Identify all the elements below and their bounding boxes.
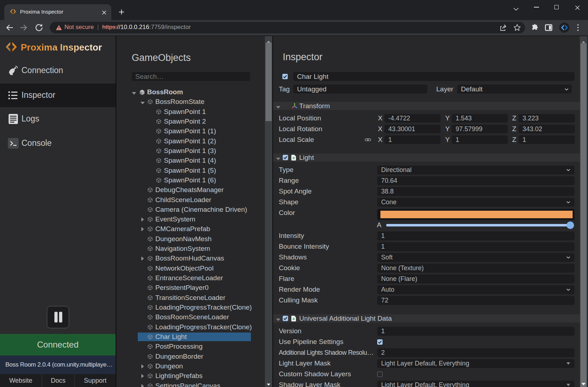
svg-text:#: # xyxy=(292,156,295,160)
svg-text:#: # xyxy=(292,317,295,321)
